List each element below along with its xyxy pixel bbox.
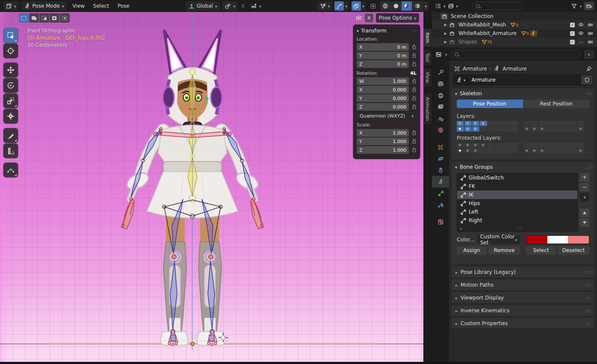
protected-layer-cell[interactable] bbox=[488, 143, 495, 148]
bone-group-global-switch[interactable]: Global/Switch bbox=[457, 173, 577, 182]
drag-handle[interactable] bbox=[586, 269, 591, 275]
mirror-icon[interactable] bbox=[355, 15, 362, 21]
location-z-field[interactable]: Z0 m bbox=[357, 60, 409, 68]
eye-open-icon[interactable] bbox=[578, 31, 584, 36]
npanel-tab-view[interactable]: View bbox=[423, 68, 431, 86]
drag-handle[interactable] bbox=[586, 308, 591, 314]
layer-cell[interactable] bbox=[503, 121, 510, 126]
protected-layer-cell[interactable] bbox=[554, 143, 562, 148]
layer-cell[interactable] bbox=[480, 126, 487, 132]
protected-layer-cell[interactable] bbox=[503, 148, 510, 153]
select-mode-extend[interactable] bbox=[29, 13, 39, 23]
select-button[interactable]: Select bbox=[526, 246, 556, 255]
drag-handle[interactable] bbox=[586, 91, 591, 97]
overlays-toggle[interactable] bbox=[352, 1, 366, 11]
snapping-dropdown[interactable] bbox=[222, 1, 237, 11]
fake-user-shield-icon[interactable] bbox=[581, 75, 592, 85]
bone-group-right[interactable]: Right bbox=[457, 216, 577, 225]
protected-layer-cell[interactable] bbox=[488, 148, 495, 153]
layer-cell[interactable] bbox=[488, 121, 495, 126]
shading-material-icon[interactable] bbox=[402, 1, 412, 11]
drag-handle[interactable] bbox=[586, 164, 591, 170]
layer-cell[interactable] bbox=[523, 121, 531, 126]
protected-layer-cell[interactable] bbox=[472, 148, 479, 153]
layer-cell[interactable] bbox=[472, 121, 479, 126]
bone-group-specials-button[interactable] bbox=[580, 193, 589, 201]
collapse-icon[interactable] bbox=[455, 91, 457, 97]
lock-icon[interactable] bbox=[409, 79, 417, 84]
3d-viewport[interactable]: X Pose Options Front Orthographic (0) Ar… bbox=[0, 12, 423, 362]
protected-layer-cell[interactable] bbox=[539, 148, 546, 153]
protected-layer-cell[interactable] bbox=[562, 148, 569, 153]
select-mode-intersect[interactable] bbox=[60, 13, 70, 23]
properties-tab-bone[interactable] bbox=[432, 188, 449, 199]
protected-layer-cell[interactable] bbox=[464, 143, 472, 148]
protected-layer-cell[interactable] bbox=[511, 148, 518, 153]
protected-layer-cell[interactable] bbox=[503, 143, 510, 148]
protected-layer-cell[interactable] bbox=[523, 148, 531, 153]
move-up-button[interactable] bbox=[580, 208, 589, 217]
scale-y-field[interactable]: Y1.000 bbox=[357, 138, 409, 145]
move-down-button[interactable] bbox=[580, 218, 589, 227]
rest-position-button[interactable]: Rest Position bbox=[523, 100, 590, 108]
shading-wireframe-icon[interactable] bbox=[380, 1, 390, 11]
rotation-mode-badge[interactable]: 4L bbox=[378, 70, 417, 76]
layer-cell[interactable] bbox=[511, 121, 518, 126]
layer-cell[interactable] bbox=[577, 121, 585, 126]
rotation-z-field[interactable]: Z0.000 bbox=[357, 103, 409, 111]
location-x-field[interactable]: X0 m bbox=[357, 43, 409, 51]
color-set-dropdown[interactable]: Custom Color Set bbox=[477, 235, 520, 244]
layer-cell[interactable] bbox=[488, 126, 495, 132]
menu-select[interactable]: Select bbox=[90, 3, 112, 9]
protected-layer-cell[interactable] bbox=[562, 143, 569, 148]
npanel-tab-tool[interactable]: Tool bbox=[423, 50, 431, 65]
npanel-tab-animation[interactable]: Animation bbox=[423, 94, 431, 124]
scale-x-field[interactable]: X1.000 bbox=[357, 129, 409, 137]
show-gizmo-dropdown[interactable] bbox=[317, 1, 332, 11]
bone-group-left[interactable]: Left bbox=[457, 208, 577, 216]
properties-tab-constraints[interactable] bbox=[432, 164, 449, 176]
layer-cell[interactable] bbox=[547, 126, 554, 132]
layer-cell[interactable] bbox=[554, 121, 562, 126]
color-swatch-1[interactable] bbox=[526, 236, 547, 244]
properties-tab-output[interactable] bbox=[432, 90, 449, 101]
properties-search-input[interactable] bbox=[451, 50, 581, 59]
eye-open-icon[interactable] bbox=[578, 22, 584, 28]
selectable-checkbox[interactable]: ✓ bbox=[570, 40, 575, 44]
lock-icon[interactable] bbox=[409, 87, 417, 92]
gizmos-toggle[interactable] bbox=[334, 1, 349, 11]
rotation-w-field[interactable]: W1.000 bbox=[357, 77, 409, 85]
panel-custom-properties[interactable]: Custom Properties bbox=[452, 318, 594, 329]
drag-handle[interactable] bbox=[412, 28, 417, 34]
list-resize-handle[interactable] bbox=[516, 225, 521, 231]
remove-button[interactable]: Remove bbox=[488, 246, 520, 255]
protected-layer-cell[interactable] bbox=[547, 143, 554, 148]
select-mode-set[interactable] bbox=[19, 13, 29, 23]
protected-layer-cell[interactable] bbox=[531, 148, 538, 153]
layer-cell[interactable] bbox=[464, 126, 472, 132]
protected-layer-cell[interactable] bbox=[539, 143, 546, 148]
proportional-editing-icon[interactable] bbox=[240, 3, 246, 9]
datablock-name-field[interactable]: Armature bbox=[453, 75, 593, 85]
deselect-button[interactable]: Deselect bbox=[558, 246, 589, 255]
panel-pose-library-legacy-[interactable]: Pose Library (Legacy) bbox=[452, 267, 594, 277]
select-mode-invert[interactable] bbox=[50, 13, 59, 23]
remove-bone-group-button[interactable]: − bbox=[580, 183, 589, 191]
layer-cell[interactable] bbox=[457, 121, 464, 126]
layer-cell[interactable] bbox=[554, 126, 562, 132]
lock-icon[interactable] bbox=[409, 104, 417, 109]
expand-icon[interactable]: ▶ bbox=[443, 40, 448, 44]
properties-tab-physics[interactable] bbox=[432, 153, 449, 164]
layer-cell[interactable] bbox=[539, 121, 546, 126]
properties-tab-tool[interactable] bbox=[432, 67, 449, 78]
add-bone-group-button[interactable]: + bbox=[580, 173, 589, 182]
protected-layer-cell[interactable] bbox=[570, 143, 577, 148]
layer-cell[interactable] bbox=[472, 126, 479, 132]
lock-icon[interactable] bbox=[409, 96, 417, 101]
protected-layer-cell[interactable] bbox=[523, 143, 531, 148]
tool-transform-button[interactable] bbox=[3, 109, 18, 123]
layer-cell[interactable] bbox=[495, 121, 502, 126]
shading-solid-icon[interactable] bbox=[391, 1, 401, 11]
proportional-falloff-dropdown[interactable] bbox=[248, 1, 263, 11]
layer-cell[interactable] bbox=[464, 121, 472, 126]
